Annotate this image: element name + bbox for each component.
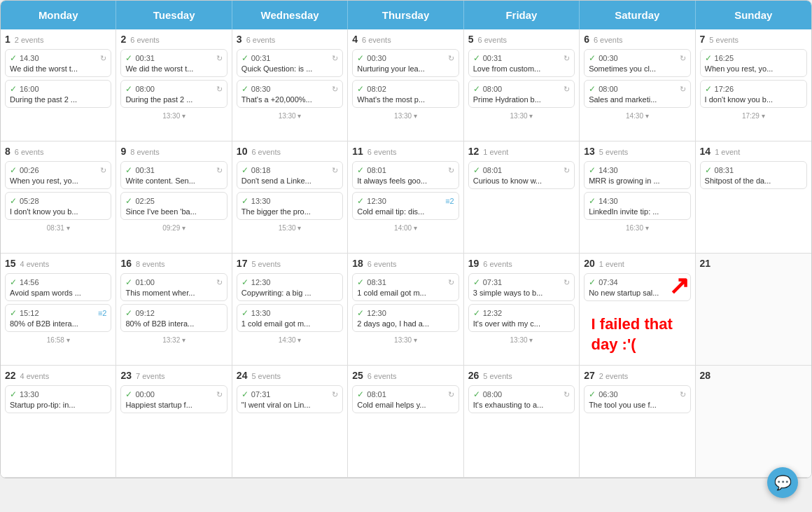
event-card[interactable]: ✓00:31↻Quick Question: is ... xyxy=(237,49,343,77)
more-events-indicator[interactable]: 13:30 ▾ xyxy=(237,111,343,121)
more-events-indicator[interactable]: 14:30 ▾ xyxy=(584,111,690,121)
day-number: 25 xyxy=(352,370,363,381)
event-card[interactable]: ✓02:25Since I've been 'ba... xyxy=(120,192,227,220)
event-time-row: ✓12:30 xyxy=(357,308,386,318)
day-header-18: 186 events xyxy=(352,258,458,269)
event-card[interactable]: ✓13:30Startup pro-tip: in... xyxy=(5,385,111,413)
event-icons: ≡2 xyxy=(445,197,454,205)
day-cell-26: 265 events✓08:00↻It's exhausting to a... xyxy=(464,366,580,478)
event-card[interactable]: ✓08:01↻It always feels goo... xyxy=(352,161,458,189)
event-card[interactable]: ✓08:00↻It's exhausting to a... xyxy=(468,385,575,413)
event-card[interactable]: ✓01:00↻This moment wher... xyxy=(120,273,227,301)
day-cell-4: 46 events✓00:30↻Nurturing your lea...✓08… xyxy=(348,29,463,141)
event-card[interactable]: ✓12:302 days ago, I had a... xyxy=(352,304,458,332)
more-events-indicator[interactable]: 09:29 ▾ xyxy=(120,223,227,233)
event-card[interactable]: ✓14:30LinkedIn invite tip: ... xyxy=(584,192,690,220)
event-card[interactable]: ✓08:01↻Cold email helps y... xyxy=(352,385,458,413)
event-card[interactable]: ✓08:01↻Curious to know w... xyxy=(468,161,575,189)
more-events-indicator[interactable]: 15:30 ▾ xyxy=(237,223,343,233)
event-card[interactable]: ✓07:31↻"I went viral on Lin... xyxy=(237,385,343,413)
event-time-row: ✓06:30 xyxy=(589,389,618,399)
event-time-row: ✓12:30 xyxy=(241,277,271,287)
event-time: 00:30 xyxy=(367,54,386,62)
more-events-indicator[interactable]: 14:00 ▾ xyxy=(352,223,458,233)
event-top-row: ✓00:30↻ xyxy=(357,53,454,63)
check-icon: ✓ xyxy=(10,84,17,94)
event-time-row: ✓07:31 xyxy=(473,277,503,287)
event-icons: ↻ xyxy=(332,390,338,399)
event-card[interactable]: ✓17:26I don't know you b... xyxy=(700,80,807,108)
day-cell-22: 224 events✓13:30Startup pro-tip: in... xyxy=(1,366,116,478)
event-card[interactable]: ✓12:32It's over with my c... xyxy=(468,304,575,332)
event-card[interactable]: ✓07:34↻No new startup sal... xyxy=(584,273,690,301)
event-time: 06:30 xyxy=(598,390,618,399)
event-top-row: ✓15:12≡2 xyxy=(10,308,106,318)
event-time: 08:02 xyxy=(367,85,386,93)
event-time-row: ✓00:31 xyxy=(125,53,155,63)
more-events-indicator[interactable]: 16:30 ▾ xyxy=(584,223,690,233)
day-number: 6 xyxy=(584,34,589,45)
event-card[interactable]: ✓13:301 cold email got m... xyxy=(237,304,343,332)
event-card[interactable]: ✓13:30The bigger the pro... xyxy=(237,192,343,220)
repeat-icon: ↻ xyxy=(448,390,454,399)
more-events-indicator[interactable]: 13:30 ▾ xyxy=(120,111,227,121)
event-card[interactable]: ✓00:00↻Happiest startup f... xyxy=(120,385,227,413)
header-day-tuesday: Tuesday xyxy=(116,1,232,29)
event-card[interactable]: ✓15:12≡280% of B2B intera... xyxy=(5,304,111,332)
event-card[interactable]: ✓08:31Shitpost of the da... xyxy=(700,161,807,189)
event-card[interactable]: ✓16:25When you rest, yo... xyxy=(700,49,807,77)
more-events-indicator[interactable]: 13:30 ▾ xyxy=(468,335,575,345)
day-cell-19: 196 events✓07:31↻3 simple ways to b...✓1… xyxy=(464,254,580,366)
event-top-row: ✓08:00↻ xyxy=(473,84,570,94)
day-number: 27 xyxy=(584,370,595,381)
event-title: LinkedIn invite tip: ... xyxy=(589,207,685,216)
check-icon: ✓ xyxy=(357,389,364,399)
more-events-indicator[interactable]: 13:30 ▾ xyxy=(468,111,575,121)
event-card[interactable]: ✓08:00↻Sales and marketi... xyxy=(584,80,690,108)
event-card[interactable]: ✓08:00↻During the past 2 ... xyxy=(120,80,227,108)
event-card[interactable]: ✓09:1280% of B2B intera... xyxy=(120,304,227,332)
check-icon: ✓ xyxy=(125,389,132,399)
event-card[interactable]: ✓14:30MRR is growing in ... xyxy=(584,161,690,189)
event-card[interactable]: ✓08:31↻1 cold email got m... xyxy=(352,273,458,301)
event-title: It's over with my c... xyxy=(473,319,570,328)
event-card[interactable]: ✓00:30↻Nurturing your lea... xyxy=(352,49,458,77)
more-events-indicator[interactable]: 16:58 ▾ xyxy=(5,335,111,345)
event-card[interactable]: ✓08:00↻Prime Hydration b... xyxy=(468,80,575,108)
event-card[interactable]: ✓00:31↻We did the worst t... xyxy=(120,49,227,77)
event-time: 14:30 xyxy=(598,197,618,205)
more-events-indicator[interactable]: 08:31 ▾ xyxy=(5,223,111,233)
event-card[interactable]: ✓08:30↻That's a +20,000%... xyxy=(237,80,343,108)
event-card[interactable]: ✓00:30↻Sometimes you cl... xyxy=(584,49,690,77)
event-card[interactable]: ✓14:56Avoid spam words ... xyxy=(5,273,111,301)
event-card[interactable]: ✓12:30Copywriting: a big ... xyxy=(237,273,343,301)
event-card[interactable]: ✓00:31↻Love from custom... xyxy=(468,49,575,77)
event-time: 01:00 xyxy=(135,278,155,286)
event-title: During the past 2 ... xyxy=(125,95,222,104)
event-card[interactable]: ✓08:18↻Don't send a Linke... xyxy=(237,161,343,189)
check-icon: ✓ xyxy=(589,165,596,175)
more-events-indicator[interactable]: 17:29 ▾ xyxy=(700,111,807,121)
event-card[interactable]: ✓07:31↻3 simple ways to b... xyxy=(468,273,575,301)
event-count: 2 events xyxy=(15,36,44,44)
more-events-indicator[interactable]: 13:30 ▾ xyxy=(352,111,458,121)
event-time: 07:31 xyxy=(251,390,271,399)
event-card[interactable]: ✓14.30↻We did the worst t... xyxy=(5,49,111,77)
header-day-thursday: Thursday xyxy=(348,1,463,29)
more-events-indicator[interactable]: 14:30 ▾ xyxy=(237,335,343,345)
event-card[interactable]: ✓12:30≡2Cold email tip: dis... xyxy=(352,192,458,220)
event-count: 5 events xyxy=(709,36,738,44)
event-card[interactable]: ✓05:28I don't know you b... xyxy=(5,192,111,220)
event-card[interactable]: ✓16:00During the past 2 ... xyxy=(5,80,111,108)
event-time-row: ✓08:18 xyxy=(241,165,271,175)
event-card[interactable]: ✓00:26↻When you rest, yo... xyxy=(5,161,111,189)
event-card[interactable]: ✓06:30↻The tool you use f... xyxy=(584,385,690,413)
check-icon: ✓ xyxy=(241,84,248,94)
header-day-saturday: Saturday xyxy=(580,1,695,29)
event-count: 5 events xyxy=(251,372,281,380)
more-events-indicator[interactable]: 13:32 ▾ xyxy=(120,335,227,345)
more-events-indicator[interactable]: 13:30 ▾ xyxy=(352,335,458,345)
event-top-row: ✓08:02 xyxy=(357,84,454,94)
event-card[interactable]: ✓00:31↻Write content. Sen... xyxy=(120,161,227,189)
event-card[interactable]: ✓08:02What's the most p... xyxy=(352,80,458,108)
